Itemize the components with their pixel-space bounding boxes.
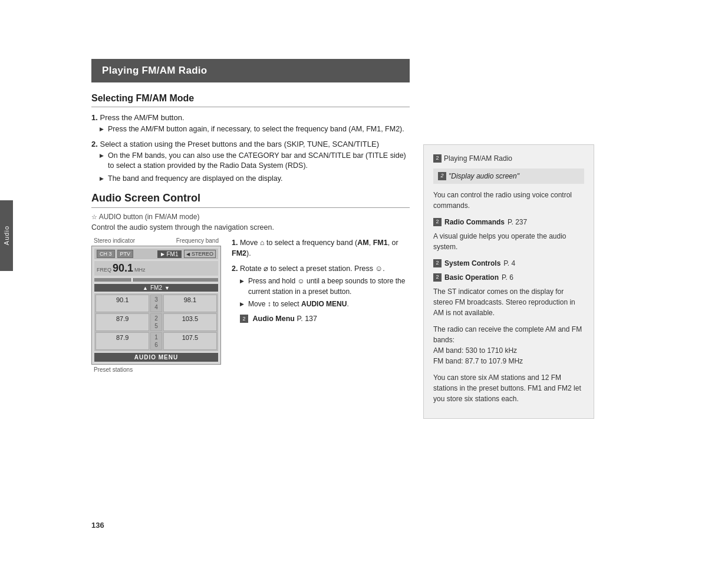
preset-87-9-left1: 87.9: [95, 313, 149, 331]
section2-step1-num: 1.: [232, 239, 240, 247]
screen-display: CH 3 PTV ▶ FM1 ◀ STEREO: [91, 246, 221, 365]
section2-step2-sub2: Move ↕ to select AUDIO MENU.: [240, 299, 410, 309]
panel-ref3-icon: 2: [433, 273, 442, 282]
page-title: Playing FM/AM Radio: [91, 59, 410, 82]
right-panel-title-icon: 2: [433, 154, 442, 163]
control-note: Control the audio system through the nav…: [91, 223, 410, 232]
panel-ref3-label: Basic Operation: [444, 272, 499, 283]
preset-num-1-6: 16: [150, 332, 162, 350]
audio-menu-ref-page: P. 137: [297, 315, 317, 323]
right-panel: 2 Playing FM/AM Radio 2 "Display audio s…: [423, 144, 594, 419]
section2-step1: 1. Move ⌂ to select a frequency band (AM…: [232, 237, 410, 259]
panel-ref2-icon: 2: [433, 259, 442, 267]
section2-steps: 1. Move ⌂ to select a frequency band (AM…: [232, 237, 410, 324]
screen-steps-row: Stereo indicator Frequency band CH 3 PTV…: [91, 237, 410, 373]
step1-sub1: Press the AM/FM button again, if necessa…: [100, 124, 410, 135]
main-content: Playing FM/AM Radio Selecting FM/AM Mode…: [91, 59, 410, 373]
section2-step2-sub: Press and hold ☺ until a beep sounds to …: [240, 276, 410, 309]
display-audio-line: 2 "Display audio screen": [433, 168, 584, 184]
preset-98-1-right: 98.1: [163, 295, 217, 312]
step1-text: Press the AM/FM button.: [100, 113, 184, 122]
section2-heading: Audio Screen Control: [91, 192, 410, 208]
panel-ref1-icon: 2: [433, 218, 442, 226]
preset-107-5-right: 107.5: [163, 332, 217, 350]
right-panel-title: 2 Playing FM/AM Radio: [433, 153, 584, 164]
step2-text: Select a station using the Preset button…: [100, 140, 379, 148]
panel-para1: You can control the radio using voice co…: [433, 190, 584, 211]
screen-fm2-bar: ▲ FM2 ▼: [94, 284, 218, 292]
preset-grid: 90.1 34 98.1 87.9 25 103.5 87.9 16: [94, 293, 218, 351]
panel-para2: A visual guide helps you operate the aud…: [433, 231, 584, 252]
page-number: 136: [91, 521, 104, 530]
ptv-btn: PTV: [117, 250, 134, 258]
screen-freq-row: FREQ 90.1 MHz: [94, 261, 218, 276]
step2-sub: On the FM bands, you can also use the CA…: [100, 151, 410, 184]
freq-num: 90.1: [113, 262, 133, 275]
panel-ref1-label: Radio Commands: [444, 217, 505, 227]
fm-band: FM band: 87.7 to 107.9 MHz: [433, 357, 523, 365]
preset-90-1-left: 90.1: [95, 295, 149, 312]
step1-sub: Press the AM/FM button again, if necessa…: [100, 124, 410, 135]
step2-sub1: On the FM bands, you can also use the CA…: [100, 151, 410, 171]
sidebar-tab-label: Audio: [3, 226, 10, 245]
screen-top-left: CH 3 PTV: [97, 250, 133, 258]
sidebar-tab: Audio: [0, 200, 13, 271]
section2-step2-num: 2.: [232, 265, 240, 273]
ch3-btn: CH 3: [97, 250, 115, 258]
fm2-arrow-up: ▲: [143, 285, 148, 291]
audio-menu-bar: AUDIO MENU: [94, 353, 218, 362]
freq-label: FREQ: [97, 267, 111, 273]
screen-labels: Stereo indicator Frequency band: [91, 237, 221, 244]
stereo-indicator: ◀ STEREO: [184, 250, 216, 258]
am-band: AM band: 530 to 1710 kHz: [433, 346, 517, 355]
audio-menu-ref-icon: 2: [240, 315, 248, 323]
prerequisite-text: AUDIO button (in FM/AM mode): [99, 213, 200, 221]
audio-menu-ref-line: 2 Audio Menu P. 137: [240, 313, 410, 324]
section1-steps: 1. Press the AM/FM button. Press the AM/…: [91, 113, 410, 184]
fm1-indicator: ▶ FM1: [157, 250, 182, 258]
preset-label: Preset stations: [91, 366, 221, 373]
panel-ref1-line: 2 Radio Commands P. 237: [433, 217, 584, 227]
section2-step2: 2. Rotate ⌀ to select a preset station. …: [232, 263, 410, 323]
panel-ref3-page: P. 6: [502, 272, 513, 283]
step1-num: 1.: [91, 113, 100, 122]
audio-icon: ☆: [91, 213, 97, 220]
preset-103-5-right: 103.5: [163, 313, 217, 331]
steps-col: 1. Move ⌂ to select a frequency band (AM…: [232, 237, 410, 332]
section2-step1-text: Move ⌂ to select a frequency band (AM, F…: [232, 239, 398, 257]
screen-top-bar: CH 3 PTV ▶ FM1 ◀ STEREO: [94, 249, 218, 259]
section1-heading: Selecting FM/AM Mode: [91, 93, 410, 107]
preset-num-3-4: 34: [150, 295, 162, 312]
panel-ref2-page: P. 4: [503, 258, 515, 269]
step1: 1. Press the AM/FM button. Press the AM/…: [91, 113, 410, 135]
panel-para5: You can store six AM stations and 12 FM …: [433, 372, 584, 404]
panel-para4: The radio can receive the complete AM an…: [433, 324, 584, 366]
step2-sub2: The band and frequency are displayed on …: [100, 174, 410, 184]
panel-ref1-page: P. 237: [508, 217, 527, 227]
fm2-label: FM2: [150, 285, 162, 291]
label-frequency-band: Frequency band: [176, 237, 219, 244]
label-stereo-indicator: Stereo indicator: [94, 237, 135, 244]
fm2-arrow-down: ▼: [164, 285, 170, 291]
freq-unit: MHz: [134, 267, 146, 273]
radio-screen: Stereo indicator Frequency band CH 3 PTV…: [91, 237, 221, 373]
prerequisite: ☆ AUDIO button (in FM/AM mode): [91, 213, 410, 221]
step2-num: 2.: [91, 140, 100, 148]
stereo-label: STEREO: [192, 251, 213, 257]
section2-step2-sub1: Press and hold ☺ until a beep sounds to …: [240, 276, 410, 297]
preset-87-9-left2: 87.9: [95, 332, 149, 350]
panel-ref3-line: 2 Basic Operation P. 6: [433, 272, 584, 283]
panel-ref2-line: 2 System Controls P. 4: [433, 258, 584, 269]
display-audio-icon: 2: [438, 172, 446, 180]
panel-para3: The ST indicator comes on the display fo…: [433, 286, 584, 318]
section2-step2-text: Rotate ⌀ to select a preset station. Pre…: [240, 265, 385, 273]
fm1-label: FM1: [166, 251, 178, 257]
audio-menu-ref-label: Audio Menu: [252, 315, 295, 323]
panel-ref2-label: System Controls: [444, 258, 500, 269]
display-audio-text: "Display audio screen": [449, 171, 519, 181]
right-panel-title-text: Playing FM/AM Radio: [444, 153, 512, 164]
preset-num-2-5: 25: [150, 313, 162, 331]
step2: 2. Select a station using the Preset but…: [91, 140, 410, 184]
